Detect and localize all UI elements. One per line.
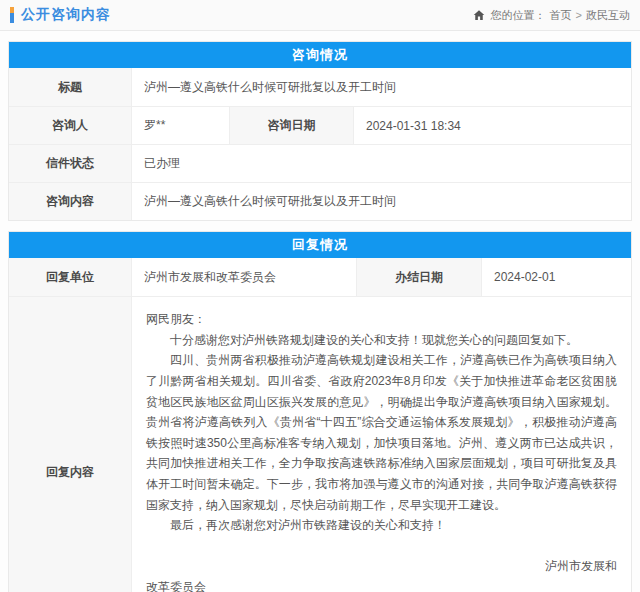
- consult-title-value: 泸州—遵义高铁什么时候可研批复以及开工时间: [131, 68, 631, 106]
- consult-section-header: 咨询情况: [9, 42, 631, 68]
- consult-content-label: 咨询内容: [9, 183, 131, 220]
- consult-person-value: 罗**: [131, 107, 229, 144]
- blank-line: [146, 536, 617, 556]
- consult-section: 咨询情况 标题 泸州—遵义高铁什么时候可研批复以及开工时间 咨询人 罗** 咨询…: [8, 41, 632, 221]
- finish-date-value: 2024-02-01: [481, 258, 631, 296]
- table-row: 咨询人 罗** 咨询日期 2024-01-31 18:34: [9, 106, 631, 144]
- breadcrumb-prefix: 您的位置：: [491, 8, 546, 23]
- letter-status-label: 信件状态: [9, 145, 131, 182]
- reply-section-header: 回复情况: [9, 232, 631, 258]
- reply-section: 回复情况 回复单位 泸州市发展和改革委员会 办结日期 2024-02-01 回复…: [8, 231, 632, 592]
- breadcrumb-current-link[interactable]: 政民互动: [586, 8, 630, 23]
- breadcrumb-separator: >: [576, 9, 582, 21]
- finish-date-label: 办结日期: [356, 258, 481, 296]
- reply-salutation: 网民朋友：: [146, 309, 617, 330]
- page-title: 公开咨询内容: [21, 6, 111, 24]
- consult-person-label: 咨询人: [9, 107, 131, 144]
- signature-unit-line2: 改革委员会: [146, 577, 617, 592]
- reply-content-label: 回复内容: [9, 297, 131, 592]
- reply-paragraph: 四川、贵州两省积极推动泸遵高铁规划建设相关工作，泸遵高铁已作为高铁项目纳入了川黔…: [146, 350, 617, 515]
- table-row: 回复单位 泸州市发展和改革委员会 办结日期 2024-02-01: [9, 258, 631, 296]
- table-row: 标题 泸州—遵义高铁什么时候可研批复以及开工时间: [9, 68, 631, 106]
- breadcrumb-home-link[interactable]: 首页: [550, 8, 572, 23]
- breadcrumb: 您的位置： 首页 > 政民互动: [473, 8, 630, 23]
- consult-title-label: 标题: [9, 68, 131, 106]
- table-row: 咨询内容 泸州—遵义高铁什么时候可研批复以及开工时间: [9, 182, 631, 220]
- table-row: 回复内容 网民朋友： 十分感谢您对泸州铁路规划建设的关心和支持！现就您关心的问题…: [9, 296, 631, 592]
- table-row: 信件状态 已办理: [9, 144, 631, 182]
- reply-unit-value: 泸州市发展和改革委员会: [131, 258, 356, 296]
- consult-date-label: 咨询日期: [229, 107, 353, 144]
- home-icon: [473, 9, 485, 21]
- page-title-group: 公开咨询内容: [10, 6, 111, 24]
- reply-unit-label: 回复单位: [9, 258, 131, 296]
- title-accent-bar: [10, 7, 14, 23]
- reply-content-body: 网民朋友： 十分感谢您对泸州铁路规划建设的关心和支持！现就您关心的问题回复如下。…: [131, 297, 631, 592]
- reply-paragraph: 最后，再次感谢您对泸州市铁路建设的关心和支持！: [146, 515, 617, 536]
- reply-paragraph: 十分感谢您对泸州铁路规划建设的关心和支持！现就您关心的问题回复如下。: [146, 330, 617, 351]
- letter-status-value: 已办理: [131, 145, 631, 182]
- page-header-bar: 公开咨询内容 您的位置： 首页 > 政民互动: [0, 0, 640, 31]
- consult-date-value: 2024-01-31 18:34: [353, 107, 631, 144]
- consult-content-value: 泸州—遵义高铁什么时候可研批复以及开工时间: [131, 183, 631, 220]
- signature-unit-line1: 泸州市发展和: [146, 556, 617, 577]
